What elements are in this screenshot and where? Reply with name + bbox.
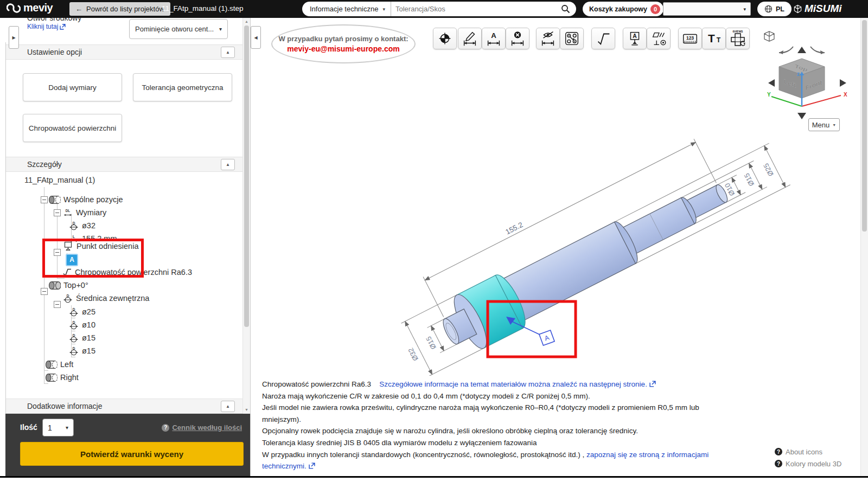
tree-item-root[interactable]: 11_FAtp_manual (1) xyxy=(24,174,95,186)
cylinder-icon xyxy=(49,195,61,204)
diameter-icon xyxy=(62,293,73,303)
tree-item-common-positions[interactable]: Wspólne pozycje xyxy=(49,194,123,206)
external-link-icon xyxy=(309,463,315,469)
expand-toggle[interactable] xyxy=(54,249,61,256)
sidebar-scrollbar[interactable]: ▲ ▼ xyxy=(242,18,250,414)
model-colors-link[interactable]: ? Kolory modelu 3D xyxy=(775,458,841,470)
tree-line xyxy=(71,344,75,344)
scroll-up-arrow[interactable]: ▲ xyxy=(243,18,250,25)
tree-line xyxy=(71,331,75,331)
tree-item-datum-a[interactable]: A xyxy=(66,254,78,266)
pricing-by-qty-link[interactable]: ? Cennik według ilości xyxy=(162,423,242,432)
back-to-projects-button[interactable]: ← Powrót do listy projektów xyxy=(69,2,170,16)
technical-notes: Chropowatość powierzchni Ra6.3 Szczegóło… xyxy=(262,378,786,472)
tree-item-dimensions[interactable]: Wymiary xyxy=(62,207,106,219)
language-button[interactable]: PL xyxy=(757,2,792,16)
datum-icon xyxy=(62,241,74,251)
back-label: Powrót do listy projektów xyxy=(86,5,164,13)
cylinder-icon xyxy=(46,360,58,369)
expand-toggle[interactable] xyxy=(41,288,48,295)
materials-info-link[interactable]: Szczegółowe informacje na temat materiał… xyxy=(379,380,647,388)
click-here-link[interactable]: Kliknij tutaj xyxy=(27,23,66,30)
center-hole-select[interactable]: Pominięcie otworu cent... ▾ xyxy=(129,19,228,39)
tree-item-datum-group[interactable]: Punkt odniesienia xyxy=(62,240,138,252)
note-tolerances: W przypadku innych tolerancji standardow… xyxy=(262,451,586,459)
dim-length-label[interactable]: 155.2 xyxy=(504,221,524,236)
tree-item-diameter-15b[interactable]: ø15 xyxy=(68,345,95,357)
meviy-logo[interactable]: meviy xyxy=(7,2,53,14)
model-tree: 11_FAtp_manual (1) Wspólne pozycje Wymia… xyxy=(6,172,242,399)
note-line: Tolerancja klasy średniej JIS B 0405 dla… xyxy=(262,437,786,449)
tree-line xyxy=(71,318,75,318)
search-input[interactable] xyxy=(391,5,561,13)
quantity-select[interactable]: 1 ▾ xyxy=(42,419,74,436)
panel-expand-icon: ▶ xyxy=(12,35,15,40)
help-links: ? About icons ? Kolory modelu 3D xyxy=(775,446,841,470)
center-hole-section: Otwór środkowy Kliknij tutaj Pominięcie … xyxy=(5,18,242,42)
datum-a-badge: A xyxy=(66,254,78,266)
sidebar-scroll-thumb[interactable] xyxy=(244,25,249,327)
globe-icon xyxy=(764,5,773,13)
top-bar: meviy ← Powrót do listy projektów 11_FAt… xyxy=(0,0,868,18)
tree-item-right[interactable]: Right xyxy=(46,371,79,383)
note-line: Naroża mają wykończenie C/R w zakresie o… xyxy=(262,390,786,402)
diameter-icon xyxy=(68,307,79,317)
expand-toggle[interactable] xyxy=(54,301,61,308)
about-icons-link[interactable]: ? About icons xyxy=(775,446,841,458)
question-icon: ? xyxy=(775,448,782,455)
tech-info-link-part1[interactable]: zapoznaj się ze stroną z informacjami xyxy=(586,451,709,459)
tech-info-link-part2[interactable]: technicznymi. xyxy=(262,462,307,470)
scroll-down-arrow[interactable]: ▼ xyxy=(243,406,250,413)
tree-item-diameter-32[interactable]: ø32 xyxy=(68,220,95,232)
back-arrow-icon: ← xyxy=(75,5,82,13)
center-hole-label: Otwór środkowy xyxy=(27,18,81,22)
project-select[interactable]: ▾ xyxy=(663,2,751,16)
dim-d15-label[interactable]: Ø15 xyxy=(742,172,756,188)
expand-toggle[interactable] xyxy=(41,196,48,203)
file-title: 11_FAtp_manual (1).step xyxy=(162,4,244,12)
tree-line xyxy=(44,383,48,384)
note-roughness: Chropowatość powierzchni Ra6.3 xyxy=(262,380,371,388)
cart-button[interactable]: Koszyk zakupowy 0 xyxy=(583,2,663,16)
brand-text: MiSUMi xyxy=(805,3,842,15)
diameter-icon xyxy=(68,221,79,230)
main-collapse-handle[interactable]: ◀ xyxy=(251,26,261,49)
search-icon[interactable] xyxy=(561,4,570,14)
tree-item-diameter-25[interactable]: ø25 xyxy=(68,306,95,318)
tree-item-top[interactable]: Top+0° xyxy=(49,279,88,291)
confirm-quote-button[interactable]: Potwierdź warunki wyceny xyxy=(20,442,244,466)
dim-d15-front-label[interactable]: Ø15 xyxy=(424,335,438,351)
collapse-details-button[interactable]: ▲ xyxy=(221,159,235,170)
surface-roughness-button[interactable]: Chropowatość powierzchni xyxy=(23,114,122,142)
expand-toggle[interactable] xyxy=(54,209,61,216)
dim-d25-label[interactable]: Ø25 xyxy=(762,162,775,178)
chevron-down-icon: ▾ xyxy=(219,26,222,32)
tree-item-diameter-10[interactable]: ø10 xyxy=(68,319,95,331)
panel-collapse-icon: ◀ xyxy=(254,35,257,40)
shaft-model[interactable]: 155.2 Ø15 Ø32 Ø10 Ø15 Ø25 xyxy=(378,104,793,376)
tree-item-diameter-15a[interactable]: ø15 xyxy=(68,332,95,344)
tree-item-left[interactable]: Left xyxy=(46,358,73,370)
chevron-down-icon: ▾ xyxy=(66,425,68,431)
tree-line xyxy=(44,187,44,383)
page-scroll-thumb[interactable] xyxy=(862,20,867,232)
shaft-solid[interactable] xyxy=(433,165,738,361)
options-section-header: Ustawienie opcji ▲ xyxy=(6,44,242,60)
diameter-icon xyxy=(68,346,79,356)
add-dimensions-button[interactable]: Dodaj wymiary xyxy=(23,73,122,101)
model-viewport[interactable]: 155.2 Ø15 Ø32 Ø10 Ø15 Ø25 A xyxy=(251,18,868,376)
chevron-down-icon: ▾ xyxy=(382,7,385,12)
page-scrollbar[interactable] xyxy=(860,18,868,476)
tree-item-roughness[interactable]: Chropowatość powierzchni Ra6.3 xyxy=(62,266,192,278)
sidebar-expand-handle[interactable]: ▶ xyxy=(9,26,19,49)
geometric-tolerance-button[interactable]: Tolerancja geometryczna xyxy=(133,73,232,101)
search-category-select[interactable]: Informacje techniczne ▾ xyxy=(302,5,391,13)
misumi-logo[interactable]: MiSUMi xyxy=(793,3,842,15)
tree-item-outer-diameter[interactable]: Średnica zewnętrzna xyxy=(62,292,149,304)
logo-text: meviy xyxy=(23,2,53,14)
dim-d32-label[interactable]: Ø32 xyxy=(406,346,420,362)
collapse-options-button[interactable]: ▲ xyxy=(221,47,235,58)
external-link-icon xyxy=(60,24,66,30)
collapse-additional-button[interactable]: ▲ xyxy=(221,401,235,412)
collapse-up-icon: ▲ xyxy=(226,162,230,167)
